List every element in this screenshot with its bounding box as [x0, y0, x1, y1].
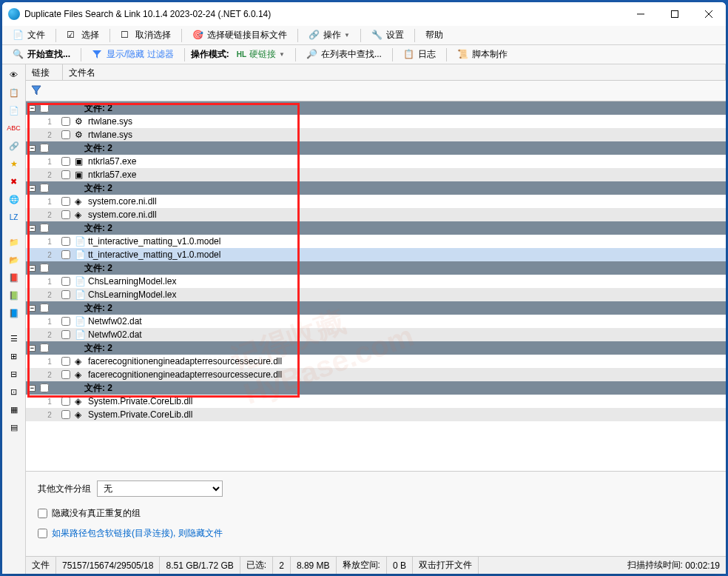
row-checkbox[interactable]: [61, 397, 70, 406]
row-checkbox[interactable]: [61, 277, 70, 286]
collapse-icon[interactable]: −: [29, 185, 36, 192]
tool-g5[interactable]: 📘: [5, 306, 23, 321]
collapse-icon[interactable]: −: [29, 225, 36, 232]
hide-symlink-input[interactable]: [38, 529, 47, 538]
tool-eye[interactable]: 👁: [5, 67, 23, 82]
tool-star[interactable]: ★: [5, 156, 23, 171]
menu-settings[interactable]: 🔧设置: [367, 27, 408, 43]
start-search-button[interactable]: 🔍开始查找...: [8, 47, 75, 62]
close-button[interactable]: [692, 2, 726, 26]
file-row[interactable]: 2▣ntkrla57.exe: [26, 168, 726, 181]
tool-g2[interactable]: 📂: [5, 252, 23, 267]
tool-g6[interactable]: ☰: [5, 331, 23, 346]
tool-g9[interactable]: ⊡: [5, 384, 23, 399]
collapse-icon[interactable]: −: [29, 105, 36, 112]
row-checkbox[interactable]: [61, 117, 70, 126]
group-checkbox[interactable]: [40, 224, 49, 232]
tool-link[interactable]: 🔗: [5, 138, 23, 153]
row-checkbox[interactable]: [61, 317, 70, 326]
row-checkbox[interactable]: [61, 357, 70, 366]
menu-select[interactable]: ☑选择: [62, 27, 104, 43]
other-group-select[interactable]: 无: [97, 480, 223, 497]
group-header[interactable]: −文件: 2: [26, 181, 726, 195]
file-row[interactable]: 2◈system.core.ni.dll: [26, 208, 726, 221]
menu-deselect[interactable]: ☐取消选择: [116, 27, 175, 43]
file-row[interactable]: 1▣ntkrla57.exe: [26, 155, 726, 168]
col-filename[interactable]: 文件名: [63, 64, 726, 80]
log-button[interactable]: 📋日志: [399, 47, 440, 62]
collapse-icon[interactable]: −: [29, 385, 36, 392]
hide-no-dup-checkbox[interactable]: 隐藏没有真正重复的组: [38, 507, 714, 520]
file-row[interactable]: 2📄ChsLearningModel.lex: [26, 288, 726, 301]
menu-help[interactable]: 帮助: [421, 27, 448, 43]
tool-paste[interactable]: 📄: [5, 103, 23, 118]
find-in-list-button[interactable]: 🔎在列表中查找...: [302, 47, 386, 62]
script-button[interactable]: 📜脚本制作: [453, 47, 512, 62]
row-checkbox[interactable]: [61, 330, 70, 339]
group-checkbox[interactable]: [40, 344, 49, 352]
menu-hardlink-target[interactable]: 🎯选择硬链接目标文件: [188, 27, 291, 43]
file-row[interactable]: 2◈System.Private.CoreLib.dll: [26, 408, 726, 421]
row-checkbox[interactable]: [61, 157, 70, 166]
row-checkbox[interactable]: [61, 130, 70, 139]
row-checkbox[interactable]: [61, 370, 70, 379]
file-row[interactable]: 1📄tt_interactive_matting_v1.0.model: [26, 235, 726, 248]
file-row[interactable]: 1⚙rtwlane.sys: [26, 115, 726, 128]
tool-lz[interactable]: LZ: [5, 210, 23, 224]
group-header[interactable]: −文件: 2: [26, 221, 726, 235]
hide-no-dup-input[interactable]: [38, 509, 47, 518]
group-checkbox[interactable]: [40, 384, 49, 392]
tool-delete[interactable]: ✖: [5, 174, 23, 189]
row-checkbox[interactable]: [61, 250, 70, 259]
row-checkbox[interactable]: [61, 197, 70, 206]
tool-g10[interactable]: ▦: [5, 402, 23, 417]
file-row[interactable]: 2📄tt_interactive_matting_v1.0.model: [26, 248, 726, 261]
group-checkbox[interactable]: [40, 264, 49, 272]
group-checkbox[interactable]: [40, 304, 49, 312]
col-link[interactable]: 链接: [26, 64, 63, 80]
tool-abc[interactable]: ABC: [5, 121, 23, 135]
collapse-icon[interactable]: −: [29, 345, 36, 352]
funnel-icon[interactable]: [30, 84, 44, 98]
group-header[interactable]: −文件: 2: [26, 141, 726, 155]
tool-g1[interactable]: 📁: [5, 235, 23, 250]
file-row[interactable]: 1◈facerecognitionengineadapterresourcess…: [26, 355, 726, 368]
tool-globe[interactable]: 🌐: [5, 192, 23, 207]
group-header[interactable]: −文件: 2: [26, 341, 726, 355]
hardlink-mode[interactable]: HL硬链接▼: [232, 47, 289, 62]
group-checkbox[interactable]: [40, 184, 49, 192]
file-row[interactable]: 1📄Netwfw02.dat: [26, 315, 726, 328]
group-header[interactable]: −文件: 2: [26, 261, 726, 275]
file-row[interactable]: 2◈facerecognitionengineadapterresourcess…: [26, 368, 726, 381]
tool-g8[interactable]: ⊟: [5, 366, 23, 381]
group-header[interactable]: −文件: 2: [26, 101, 726, 115]
file-row[interactable]: 2⚙rtwlane.sys: [26, 128, 726, 141]
group-checkbox[interactable]: [40, 104, 49, 113]
row-checkbox[interactable]: [61, 170, 70, 179]
group-checkbox[interactable]: [40, 144, 49, 153]
file-row[interactable]: 2📄Netwfw02.dat: [26, 328, 726, 341]
tool-g4[interactable]: 📗: [5, 288, 23, 303]
file-row[interactable]: 1📄ChsLearningModel.lex: [26, 275, 726, 288]
row-checkbox[interactable]: [61, 210, 70, 219]
tool-g7[interactable]: ⊞: [5, 349, 23, 364]
row-checkbox[interactable]: [61, 290, 70, 299]
collapse-icon[interactable]: −: [29, 305, 36, 312]
file-list[interactable]: 记得收藏HyBase.com −文件: 21⚙rtwlane.sys2⚙rtwl…: [26, 101, 726, 471]
group-header[interactable]: −文件: 2: [26, 381, 726, 395]
row-checkbox[interactable]: [61, 237, 70, 246]
menu-operate[interactable]: 🔗操作▼: [304, 27, 354, 43]
hide-symlink-checkbox[interactable]: 如果路径包含软链接(目录连接), 则隐藏文件: [38, 527, 714, 540]
tool-g3[interactable]: 📕: [5, 270, 23, 285]
minimize-button[interactable]: [624, 2, 658, 26]
collapse-icon[interactable]: −: [29, 145, 36, 152]
file-row[interactable]: 1◈system.core.ni.dll: [26, 195, 726, 208]
menu-file[interactable]: 📄文件: [8, 27, 50, 43]
row-checkbox[interactable]: [61, 410, 70, 419]
tool-copy[interactable]: 📋: [5, 85, 23, 100]
file-row[interactable]: 1◈System.Private.CoreLib.dll: [26, 395, 726, 408]
maximize-button[interactable]: [658, 2, 692, 26]
collapse-icon[interactable]: −: [29, 265, 36, 272]
tool-g11[interactable]: ▤: [5, 420, 23, 435]
toggle-filter-button[interactable]: 显示/隐藏 过滤器: [87, 47, 178, 62]
